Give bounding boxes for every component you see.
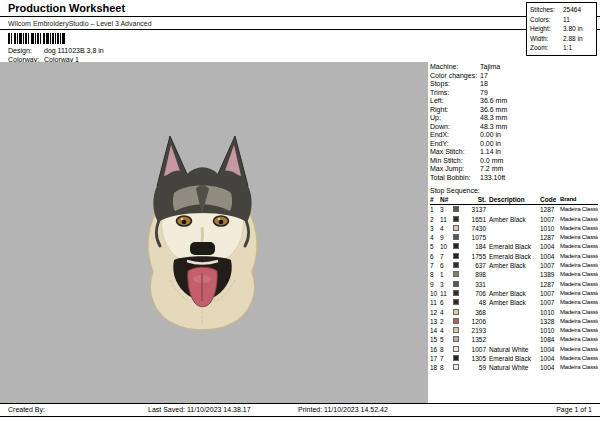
seq-num: 6: [430, 252, 440, 261]
machine-info-panel: Machine: Tajima Color changes: 17 Stops:…: [430, 63, 598, 403]
footer-created-by: Created By:: [8, 404, 45, 416]
machine-info-value: 17: [480, 72, 488, 81]
seq-num: 12: [430, 308, 440, 317]
machine-info-row: Max Jump: 7.2 mm: [430, 165, 598, 174]
seq-description: Emerald Black: [489, 242, 540, 251]
stop-sequence-row: 2 11 1651 Amber Black 1007 Madeira Class…: [430, 215, 598, 224]
seq-brand: Madeira Classic 40: [560, 326, 598, 335]
machine-info-rows: Machine: Tajima Color changes: 17 Stops:…: [430, 63, 598, 182]
stop-sequence-row: 6 7 1755 Emerald Black 1004 Madeira Clas…: [430, 252, 598, 261]
seq-code: 1287: [540, 205, 560, 214]
machine-info-row: Max Stitch: 1.14 in: [430, 148, 598, 157]
seq-description: Amber Black: [489, 215, 540, 224]
machine-info-label: Stops:: [430, 80, 480, 89]
machine-info-value: 7.2 mm: [480, 165, 503, 174]
machine-info-label: Left:: [430, 97, 480, 106]
seq-num: 1: [430, 205, 440, 214]
machine-info-label: Up:: [430, 114, 480, 123]
stop-sequence-row: 11 6 48 Amber Black 1007 Madeira Classic…: [430, 298, 598, 307]
design-info-row: Design: dog 111023B 3,8 in: [8, 46, 328, 55]
seq-brand: Madeira Classic 40: [560, 215, 598, 224]
seq-stitches: 59: [464, 363, 489, 372]
machine-info-label: Min Stitch:: [430, 157, 480, 166]
stop-sequence-row: 9 3 331 1287 Madeira Classic 40: [430, 280, 598, 289]
summary-value: 2.88 in: [563, 34, 583, 44]
thread-color-swatch: [453, 364, 459, 370]
machine-info-label: Max Jump:: [430, 165, 480, 174]
machine-info-value: 36.6 mm: [480, 106, 507, 115]
machine-info-label: Color changes:: [430, 72, 480, 81]
seq-brand: Madeira Classic 40: [560, 289, 598, 298]
col-header-num: #: [430, 195, 440, 204]
thread-color-swatch: [453, 336, 459, 342]
seq-num: 15: [430, 335, 440, 344]
stop-sequence-table: 1 3 3137 1287 Madeira Classic 40 2 11 16…: [430, 205, 598, 372]
seq-code: 1004: [540, 354, 560, 363]
barcode: [8, 33, 66, 44]
seq-needle: 3: [440, 280, 453, 289]
seq-brand: Madeira Classic 40: [560, 308, 598, 317]
seq-stitches: 184: [464, 242, 489, 251]
summary-row: Height: 3.80 in: [530, 24, 593, 34]
seq-num: 3: [430, 224, 440, 233]
seq-description: Amber Black: [489, 298, 540, 307]
seq-description: Amber Black: [489, 261, 540, 270]
stop-sequence-title: Stop Sequence:: [430, 186, 598, 195]
seq-brand: Madeira Classic 40: [560, 354, 598, 363]
seq-stitches: 1352: [464, 335, 489, 344]
footer-page-number: Page 1 of 1: [556, 404, 592, 416]
seq-needle: 6: [440, 298, 453, 307]
seq-num: 10: [430, 289, 440, 298]
machine-info-label: Down:: [430, 123, 480, 132]
seq-description: Emerald Black: [489, 252, 540, 261]
seq-brand: Madeira Classic 40: [560, 252, 598, 261]
seq-code: 1287: [540, 233, 560, 242]
thread-color-swatch: [453, 216, 459, 222]
summary-value: 25464: [563, 5, 581, 15]
seq-brand: Madeira Classic 40: [560, 205, 598, 214]
machine-info-row: Left: 36.6 mm: [430, 97, 598, 106]
machine-info-row: Trims: 79: [430, 89, 598, 98]
seq-stitches: 898: [464, 270, 489, 279]
seq-num: 5: [430, 242, 440, 251]
col-header-stitches: St.: [464, 195, 489, 204]
summary-row: Width: 2.88 in: [530, 34, 593, 44]
thread-color-swatch: [453, 309, 459, 315]
seq-num: 13: [430, 317, 440, 326]
design-info-label: Design:: [8, 46, 44, 55]
seq-code: 1007: [540, 298, 560, 307]
seq-code: 1007: [540, 289, 560, 298]
seq-brand: Madeira Classic 40: [560, 233, 598, 242]
seq-stitches: 7430: [464, 224, 489, 233]
thread-color-swatch: [453, 271, 459, 277]
machine-info-value: Tajima: [480, 63, 500, 72]
seq-code: 1007: [540, 215, 560, 224]
machine-info-label: Total Bobbin:: [430, 174, 480, 183]
seq-brand: Madeira Classic 40: [560, 242, 598, 251]
footer-printed: Printed: 11/10/2023 14.52.42: [298, 404, 388, 416]
machine-info-row: Total Bobbin: 133.10ft: [430, 174, 598, 183]
stop-sequence-row: 17 7 1305 Emerald Black 1004 Madeira Cla…: [430, 354, 598, 363]
thread-color-swatch: [453, 262, 459, 268]
stop-sequence-row: 10 11 706 Amber Black 1007 Madeira Class…: [430, 289, 598, 298]
seq-stitches: 1755: [464, 252, 489, 261]
seq-brand: Madeira Classic 40: [560, 224, 598, 233]
thread-color-swatch: [453, 299, 459, 305]
machine-info-row: Right: 36.6 mm: [430, 106, 598, 115]
seq-needle: 1: [440, 270, 453, 279]
design-info-value: dog 111023B 3,8 in: [44, 46, 104, 55]
seq-code: 1007: [540, 261, 560, 270]
thread-color-swatch: [453, 243, 459, 249]
machine-info-value: 48.3 mm: [480, 114, 507, 123]
seq-description: Natural White: [489, 345, 540, 354]
summary-row: Zoom: 1:1: [530, 43, 593, 53]
stop-sequence-row: 8 1 898 1389 Madeira Classic 40: [430, 270, 598, 279]
machine-info-row: Stops: 18: [430, 80, 598, 89]
machine-info-value: 18: [480, 80, 488, 89]
stop-sequence-row: 14 4 2193 1010 Madeira Classic 40: [430, 326, 598, 335]
machine-info-row: Down: 48.3 mm: [430, 123, 598, 132]
machine-info-value: 0.0 mm: [480, 157, 503, 166]
machine-info-label: Max Stitch:: [430, 148, 480, 157]
thread-color-swatch: [453, 346, 459, 352]
col-header-description: Description: [489, 195, 540, 204]
